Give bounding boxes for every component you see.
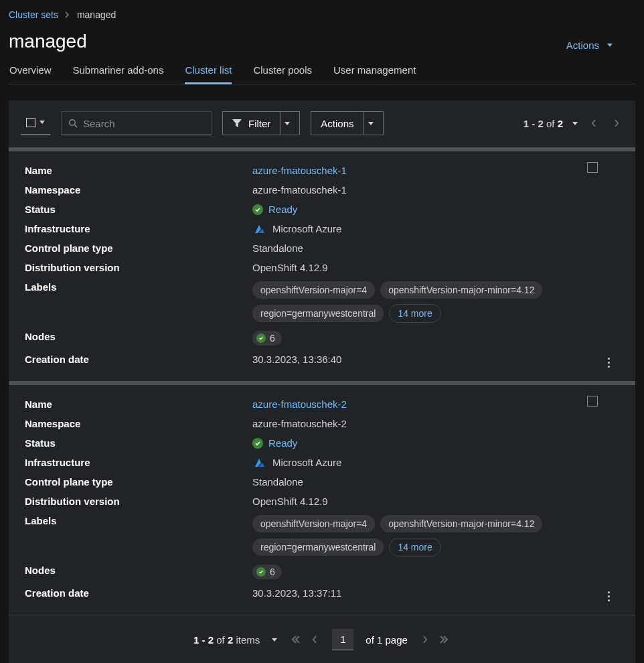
breadcrumb-parent-link[interactable]: Cluster sets <box>9 9 58 20</box>
nodes-count: 6 <box>270 333 275 344</box>
search-icon <box>68 119 78 128</box>
cluster-row: Name azure-fmatouschek-1 Namespace azure… <box>9 151 635 381</box>
status-ready[interactable]: Ready <box>252 204 297 215</box>
field-label-distribution: Distribution version <box>25 262 252 273</box>
bp-of: of <box>216 634 225 646</box>
status-text: Ready <box>268 437 297 449</box>
label-chip: openshiftVersion-major-minor=4.12 <box>380 515 542 532</box>
pager-next-button[interactable] <box>610 117 623 130</box>
filter-icon <box>232 119 242 127</box>
labels-more-button[interactable]: 14 more <box>389 538 440 557</box>
caret-down-icon <box>39 121 45 124</box>
control-plane-text: Standalone <box>252 242 619 254</box>
cluster-namespace: azure-fmatouschek-2 <box>252 418 619 429</box>
caret-down-icon[interactable] <box>572 122 578 125</box>
search-input-wrapper <box>61 111 212 135</box>
bp-total: 2 <box>228 634 233 646</box>
caret-down-icon <box>607 44 613 47</box>
caret-down-icon[interactable] <box>272 638 277 642</box>
bottom-pagination: 1 - 2 of 2 items of 1 page <box>9 615 635 661</box>
field-label-labels: Labels <box>25 515 252 526</box>
top-pagination: 1 - 2 of 2 <box>524 117 623 130</box>
creation-date: 30.3.2023, 13:37:11 <box>252 587 619 599</box>
pager-of: of <box>546 118 555 129</box>
check-circle-icon <box>252 438 263 449</box>
bp-range: 1 - 2 <box>193 634 214 646</box>
field-label-control-plane: Control plane type <box>25 476 252 488</box>
cluster-name-link[interactable]: azure-fmatouschek-2 <box>252 398 347 410</box>
page-suffix: of 1 page <box>366 634 408 646</box>
pager-range: 1 - 2 <box>524 118 544 129</box>
field-label-name: Name <box>25 398 252 410</box>
label-chip: openshiftVersion-major-minor=4.12 <box>380 281 542 299</box>
control-plane-text: Standalone <box>252 476 619 488</box>
check-circle-icon <box>256 334 266 343</box>
svg-line-1 <box>75 125 78 128</box>
breadcrumb: Cluster sets managed <box>9 8 635 21</box>
azure-icon <box>252 457 267 468</box>
field-label-name: Name <box>25 165 252 176</box>
pager-next-button[interactable] <box>420 633 430 646</box>
cluster-namespace: azure-fmatouschek-1 <box>252 184 619 196</box>
pager-total: 2 <box>558 118 563 129</box>
field-label-nodes: Nodes <box>25 331 252 342</box>
tab-cluster-pools[interactable]: Cluster pools <box>253 64 312 84</box>
pager-last-button[interactable] <box>437 633 451 646</box>
creation-date: 30.3.2023, 13:36:40 <box>252 354 619 365</box>
caret-down-icon <box>368 122 374 125</box>
toolbar: Filter Actions 1 - 2 of 2 <box>9 100 635 147</box>
azure-icon <box>252 224 267 234</box>
page-number-input[interactable] <box>332 629 353 650</box>
search-input[interactable] <box>83 118 204 129</box>
field-label-distribution: Distribution version <box>25 496 252 507</box>
checkbox-icon <box>26 118 35 127</box>
filter-button[interactable]: Filter <box>222 111 300 135</box>
cluster-name-link[interactable]: azure-fmatouschek-1 <box>252 165 347 176</box>
labels-more-button[interactable]: 14 more <box>389 304 440 323</box>
status-text: Ready <box>268 204 297 215</box>
toolbar-actions-label: Actions <box>321 118 353 129</box>
row-actions-kebab[interactable] <box>604 587 614 605</box>
bp-items: items <box>236 634 260 646</box>
pager-prev-button[interactable] <box>587 117 600 130</box>
label-chip: openshiftVersion-major=4 <box>252 515 375 532</box>
bulk-select-toggle[interactable] <box>21 111 50 135</box>
distribution-text: OpenShift 4.12.9 <box>252 496 619 507</box>
check-circle-icon <box>256 567 266 577</box>
field-label-labels: Labels <box>25 281 252 293</box>
cluster-row: Name azure-fmatouschek-2 Namespace azure… <box>9 385 635 615</box>
status-ready[interactable]: Ready <box>252 437 297 449</box>
field-label-namespace: Namespace <box>25 184 252 196</box>
infrastructure-text: Microsoft Azure <box>272 223 341 234</box>
tab-overview[interactable]: Overview <box>9 64 52 84</box>
row-checkbox[interactable] <box>587 396 598 407</box>
nodes-badge: 6 <box>252 565 282 579</box>
pager-prev-button[interactable] <box>309 633 320 646</box>
pager-first-button[interactable] <box>289 633 303 646</box>
chevron-right-icon <box>65 11 70 18</box>
caret-down-icon <box>285 122 290 125</box>
infrastructure-text: Microsoft Azure <box>272 457 341 468</box>
tab-submariner[interactable]: Submariner add-ons <box>73 64 164 84</box>
breadcrumb-current: managed <box>77 9 116 20</box>
page-actions-label: Actions <box>566 40 599 51</box>
distribution-text: OpenShift 4.12.9 <box>252 262 619 273</box>
tab-user-management[interactable]: User management <box>333 64 416 84</box>
tab-cluster-list[interactable]: Cluster list <box>185 64 232 84</box>
field-label-infrastructure: Infrastructure <box>25 223 252 234</box>
svg-point-0 <box>70 120 76 126</box>
tabs: Overview Submariner add-ons Cluster list… <box>9 64 635 84</box>
check-circle-icon <box>252 204 263 215</box>
page-title: managed <box>9 31 87 52</box>
filter-label: Filter <box>248 118 270 129</box>
nodes-badge: 6 <box>252 331 282 346</box>
toolbar-actions-button[interactable]: Actions <box>311 111 383 135</box>
page-actions-dropdown[interactable]: Actions <box>566 40 635 52</box>
row-checkbox[interactable] <box>587 162 598 173</box>
nodes-count: 6 <box>270 567 275 577</box>
field-label-nodes: Nodes <box>25 565 252 576</box>
row-actions-kebab[interactable] <box>604 354 614 372</box>
field-label-infrastructure: Infrastructure <box>25 457 252 468</box>
field-label-status: Status <box>25 204 252 215</box>
field-label-creation: Creation date <box>25 354 252 365</box>
